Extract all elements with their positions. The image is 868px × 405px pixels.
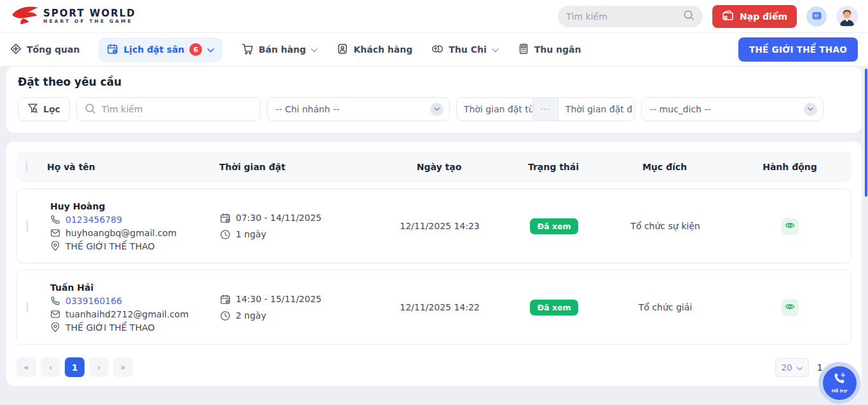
nav-label: Lịch đặt sân <box>123 44 184 55</box>
clock-icon <box>220 310 231 321</box>
column-header: Hành động <box>728 162 851 172</box>
filter-button[interactable]: Lọc <box>18 97 70 121</box>
nav-label: Thu ngân <box>534 44 581 55</box>
nav-item-thu-ngan[interactable]: Thu ngân <box>518 43 581 56</box>
brand-tagline: HEART OF THE GAME <box>43 19 136 25</box>
calculator-icon <box>518 43 529 56</box>
purpose-select-value: -- muc_dich -- <box>650 104 711 114</box>
cart-icon <box>241 43 254 56</box>
customer-phone-link[interactable]: 0123456789 <box>65 215 122 225</box>
branch-select-value: -- Chi nhánh -- <box>276 104 339 114</box>
coins-icon <box>431 43 444 56</box>
chevron-down-icon <box>492 44 499 55</box>
nav-item-khach-hang[interactable]: Khách hàng <box>337 43 412 56</box>
page-size-select[interactable]: 20 <box>775 358 809 377</box>
user-avatar[interactable] <box>836 6 858 27</box>
main-nav: Tổng quan Lịch đặt sân 6 Bán hàng Khách … <box>0 33 868 67</box>
select-all-checkbox[interactable] <box>26 161 27 173</box>
filter-button-label: Lọc <box>43 104 60 114</box>
chevron-down-icon <box>430 103 444 116</box>
support-fab-ring: Hỗ trợ <box>818 362 860 404</box>
booking-time: 07:30 - 14/11/2025 <box>236 213 322 223</box>
booking-time: 14:30 - 15/11/2025 <box>236 294 322 304</box>
nav-label: Tổng quan <box>27 44 79 55</box>
date-from-input[interactable]: Thời gian đặt từ <box>457 104 532 114</box>
booking-duration: 2 ngày <box>236 310 266 321</box>
pagination-first-button[interactable]: « <box>17 357 36 377</box>
topup-points-button[interactable]: Nạp điểm <box>712 5 797 28</box>
date-to-input[interactable]: Thời gian đặt đ <box>559 104 634 114</box>
booking-purpose: Tổ chức sự kiện <box>602 221 729 231</box>
created-date: 12/11/2025 14:22 <box>373 302 506 312</box>
table-search-input[interactable] <box>102 104 252 114</box>
pagination-prev-button[interactable]: ‹ <box>41 357 60 377</box>
nav-item-ban-hang[interactable]: Bán hàng <box>241 43 318 56</box>
email-icon <box>50 309 60 319</box>
nav-label: Thu Chi <box>449 44 486 55</box>
pagination-next-button[interactable]: › <box>89 357 109 377</box>
status-badge: Đã xem <box>530 300 579 315</box>
phone-support-icon <box>833 372 846 387</box>
column-header: Trạng thái <box>506 162 601 172</box>
chatbot-button[interactable] <box>806 6 827 27</box>
global-search-input[interactable] <box>566 11 683 22</box>
topup-points-label: Nạp điểm <box>740 11 787 22</box>
chevron-down-icon <box>311 44 318 55</box>
view-action-button[interactable] <box>782 299 799 316</box>
booking-duration: 1 ngày <box>236 229 266 239</box>
main-content: Đặt theo yêu cầu Lọc -- Chi nhánh -- <box>0 67 868 386</box>
table-row: Tuấn Hải 0339160166 tuanhaihd2712@gmail.… <box>17 270 851 345</box>
wallet-icon <box>722 10 734 23</box>
clock-icon <box>220 229 231 240</box>
chevron-down-icon <box>804 103 817 116</box>
funnel-icon <box>27 103 38 116</box>
brand-name: SPORT WORLD <box>43 8 136 19</box>
falcon-logo-icon <box>10 4 39 29</box>
table-header-row: Họ và tên Thời gian đặt Ngày tạo Trạng t… <box>17 152 851 182</box>
nav-item-tong-quan[interactable]: Tổng quan <box>10 43 79 56</box>
date-range-separator[interactable]: ··· <box>532 98 559 121</box>
nav-label: Khách hàng <box>353 44 412 55</box>
created-date: 12/11/2025 14:23 <box>373 221 506 231</box>
customer-branch: THẾ GIỚI THỂ THAO <box>65 241 155 251</box>
nav-item-lich-dat-san[interactable]: Lịch đặt sân 6 <box>98 37 222 62</box>
filter-panel: Đặt theo yêu cầu Lọc -- Chi nhánh -- <box>6 67 862 133</box>
status-badge: Đã xem <box>530 218 579 234</box>
booking-purpose: Tổ chức giải <box>602 302 729 312</box>
notification-badge: 6 <box>189 43 202 56</box>
email-icon <box>50 228 60 238</box>
pagination-page-1[interactable]: 1 <box>65 357 85 377</box>
support-button[interactable]: Hỗ trợ <box>823 366 857 400</box>
column-header: Ngày tạo <box>372 162 506 172</box>
customer-email: huyhoangbq@gmail.com <box>65 228 177 238</box>
nav-label: Bán hàng <box>259 44 306 55</box>
page-title: Đặt theo yêu cầu <box>18 76 850 88</box>
pagination: « ‹ 1 › » 20 1 - 2 / 2 <box>17 357 851 377</box>
page-size-value: 20 <box>782 362 792 373</box>
date-range-picker: Thời gian đặt từ ··· Thời gian đặt đ <box>456 97 635 121</box>
row-checkbox[interactable] <box>27 302 28 313</box>
scrollbar-thumb[interactable] <box>865 69 867 197</box>
brand-logo[interactable]: SPORT WORLD HEART OF THE GAME <box>10 4 136 29</box>
customer-branch: THẾ GIỚI THỂ THAO <box>65 322 155 333</box>
customer-phone-link[interactable]: 0339160166 <box>65 296 122 306</box>
calendar-icon <box>220 294 231 305</box>
column-header: Thời gian đặt <box>214 162 372 172</box>
booking-table-card: Họ và tên Thời gian đặt Ngày tạo Trạng t… <box>6 142 862 386</box>
purpose-select[interactable]: -- muc_dich -- <box>641 97 824 121</box>
support-label: Hỗ trợ <box>832 388 847 394</box>
chevron-down-icon <box>797 362 803 373</box>
branch-selector-button[interactable]: THẾ GIỚI THỂ THAO <box>738 37 858 62</box>
nav-item-thu-chi[interactable]: Thu Chi <box>431 43 498 56</box>
branch-select[interactable]: -- Chi nhánh -- <box>267 97 450 121</box>
location-pin-icon <box>50 241 60 251</box>
pagination-last-button[interactable]: » <box>113 357 133 377</box>
view-action-button[interactable] <box>782 218 799 235</box>
row-checkbox[interactable] <box>27 220 28 232</box>
calendar-icon <box>220 213 231 223</box>
customer-name: Huy Hoàng <box>50 201 212 211</box>
column-header: Họ và tên <box>47 162 214 172</box>
phone-icon <box>50 296 60 306</box>
overview-diamond-icon <box>10 43 22 56</box>
search-icon <box>85 103 96 116</box>
